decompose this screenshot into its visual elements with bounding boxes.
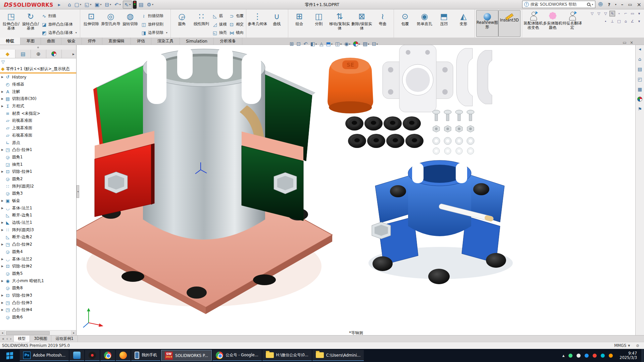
- tree-item[interactable]: ◶ 圆角4: [0, 248, 76, 256]
- delete-keep-body-button[interactable]: ⊠ 删除/保留实体: [351, 10, 373, 37]
- tab-features[interactable]: 特征: [0, 38, 20, 45]
- zoom-to-fit-icon[interactable]: ⊞: [289, 40, 295, 48]
- extrude-boss-button[interactable]: ◳ 拉伸凸台/基体: [1, 10, 21, 37]
- mirror-button[interactable]: ⋈镜向: [228, 29, 245, 37]
- tree-item[interactable]: ▶ ▣ 钣金: [0, 197, 76, 205]
- expand-arrow-icon[interactable]: ▶: [0, 75, 5, 79]
- taskbar-browser-button[interactable]: [116, 350, 131, 361]
- split-button[interactable]: ◫ 分割: [309, 10, 329, 37]
- snap-point-icon[interactable]: ∘: [616, 11, 622, 16]
- expand-arrow-icon[interactable]: ▶: [0, 105, 5, 108]
- tab-motion-study[interactable]: 运动算例1: [51, 335, 78, 342]
- custom-properties-icon[interactable]: ⚑: [638, 106, 642, 112]
- status-edit-icon[interactable]: ⊘: [636, 343, 639, 348]
- filter-edges-icon[interactable]: ▽: [603, 11, 608, 16]
- taskbar-chrome-window-button[interactable]: 公众号 - Google...: [212, 350, 261, 361]
- hex-bolt-right[interactable]: [274, 172, 297, 194]
- taskbar-folder-wechat-button[interactable]: H:\微信公众号\0...: [262, 350, 312, 361]
- tray-app-icon[interactable]: [601, 354, 605, 358]
- tree-item[interactable]: ▶ ↺ History: [0, 73, 76, 81]
- snap-rect-icon[interactable]: ▭: [630, 11, 635, 16]
- taskbar-photoshop-button[interactable]: Ps Adobe Photosh...: [20, 350, 69, 361]
- start-button[interactable]: [0, 349, 19, 362]
- restore-button[interactable]: ▭: [628, 2, 632, 7]
- tree-item[interactable]: ▶ ⊡ 切除-拉伸3: [0, 292, 76, 299]
- tree-item[interactable]: ▶ ◣ 边线-法兰1: [0, 219, 76, 226]
- bracket-green-front[interactable]: [242, 132, 303, 221]
- curves-button[interactable]: ∪ 曲线: [267, 10, 287, 37]
- tree-item[interactable]: ▱ 前视基准面: [0, 117, 76, 124]
- select-cursor-icon[interactable]: ⇖▾: [123, 1, 133, 9]
- show-desktop-button[interactable]: [642, 349, 644, 362]
- shell-button[interactable]: ◱抽壳: [211, 29, 228, 37]
- user-account-icon[interactable]: ☻: [598, 1, 603, 7]
- expand-arrow-icon[interactable]: ▶: [0, 258, 5, 261]
- scroll-left-icon[interactable]: ◂: [0, 330, 5, 335]
- tab-nav-prev-icon[interactable]: ‹: [6, 337, 8, 341]
- solidworks-resources-icon[interactable]: ⌂: [638, 56, 641, 62]
- zoom-to-area-icon[interactable]: ⊡: [296, 40, 302, 48]
- swept-cut-button[interactable]: ≀扫描切除: [140, 12, 164, 20]
- blue-assembly-bolt[interactable]: [372, 222, 391, 239]
- tab-nav-first-icon[interactable]: «: [2, 337, 4, 341]
- taskbar-my-phone-button[interactable]: 我的手机: [131, 350, 160, 361]
- feature-rename-macro-button[interactable]: 特征名翻译宏: [562, 10, 582, 37]
- doc-close-icon[interactable]: ×: [630, 40, 633, 45]
- tree-filter-row[interactable]: ▽: [0, 58, 76, 65]
- hex-bolt-left[interactable]: [105, 172, 128, 193]
- tree-item[interactable]: ◶ 圆角8: [0, 285, 76, 292]
- intersect-button[interactable]: ⊡相交: [228, 20, 245, 29]
- properties-icon[interactable]: ▤: [137, 1, 145, 9]
- expand-arrow-icon[interactable]: ▶: [0, 243, 5, 246]
- render-white-clips[interactable]: [456, 48, 492, 106]
- file-explorer-icon[interactable]: ◰: [638, 76, 642, 82]
- tab-display-manager[interactable]: [46, 50, 62, 58]
- wrap-button[interactable]: ⊃包覆: [228, 12, 245, 20]
- expand-arrow-icon[interactable]: ▶: [0, 228, 5, 231]
- tab-weldments[interactable]: 焊件: [82, 38, 102, 45]
- draft-button[interactable]: ◿拔模: [211, 20, 228, 29]
- tab-3d-views[interactable]: 3D视图: [30, 335, 51, 342]
- expand-arrow-icon[interactable]: ▶: [0, 199, 5, 202]
- tree-item[interactable]: ◺ 断开-边角1: [0, 212, 76, 219]
- snap-caret-icon[interactable]: ▾: [636, 11, 642, 16]
- boss-more-caret-icon[interactable]: ▾: [74, 29, 79, 37]
- search-caret-icon[interactable]: ▾: [592, 3, 593, 6]
- render-fasteners[interactable]: [433, 110, 474, 154]
- taskbar-chrome-button[interactable]: [100, 350, 115, 361]
- open-icon[interactable]: ◱▾: [83, 1, 93, 9]
- tree-item[interactable]: ∷ 阵列(圆周)2: [0, 183, 76, 190]
- tree-item[interactable]: ▶ ◳ 凸台-拉伸1: [0, 146, 76, 154]
- tree-item[interactable]: ∟ 原点: [0, 139, 76, 146]
- tray-app-icon[interactable]: [593, 354, 597, 358]
- expand-arrow-icon[interactable]: ▶: [0, 97, 5, 100]
- cut-more-caret-icon[interactable]: ▾: [164, 29, 169, 37]
- filter-funnel-icon[interactable]: ▽: [1, 59, 5, 64]
- tab-analysis-prep[interactable]: 分析准备: [214, 38, 242, 45]
- tree-item[interactable]: ◶ 圆角1: [0, 154, 76, 161]
- tab-configuration-manager[interactable]: ⊕: [31, 50, 46, 58]
- expand-arrow-icon[interactable]: ▶: [0, 294, 5, 297]
- rib-button[interactable]: ◺筋: [211, 12, 228, 20]
- tree-item[interactable]: ▶ ◡ 基体-法兰2: [0, 255, 76, 263]
- tree-item[interactable]: ▶ ▤ 切割清单(30): [0, 95, 76, 103]
- hole-wizard-button[interactable]: ◎ 异型孔向导: [101, 10, 120, 37]
- help-icon[interactable]: ?: [608, 2, 610, 7]
- annotation-view-icon[interactable]: ◬: [318, 40, 325, 48]
- combine-button[interactable]: ⊞ 组合: [290, 10, 309, 37]
- tray-app-icon[interactable]: [609, 354, 613, 358]
- tree-flyout-arrow-icon[interactable]: ▸: [71, 50, 76, 58]
- tree-item[interactable]: ≡ 材质 <未指定>: [0, 110, 76, 117]
- main-model[interactable]: [77, 47, 332, 314]
- swept-boss-button[interactable]: ∿扫描: [40, 12, 74, 20]
- tab-featuremanager-tree[interactable]: ◆: [0, 50, 15, 58]
- quick-snap-point-icon[interactable]: ∙: [603, 18, 608, 24]
- tree-item[interactable]: ▱ 上视基准面: [0, 124, 76, 132]
- wrap-feature-button[interactable]: ⊙ 包覆: [395, 10, 415, 37]
- view-settings-icon[interactable]: ⊟▾: [371, 40, 379, 48]
- quick-snap-angle-icon[interactable]: ∠: [630, 18, 635, 24]
- scroll-right-icon[interactable]: ▸: [71, 330, 76, 335]
- filter-faces-icon[interactable]: ▽: [596, 11, 602, 16]
- doc-restore-icon[interactable]: ▭: [623, 40, 627, 45]
- taskbar-folder-users-button[interactable]: C:\Users\Admini...: [312, 350, 364, 361]
